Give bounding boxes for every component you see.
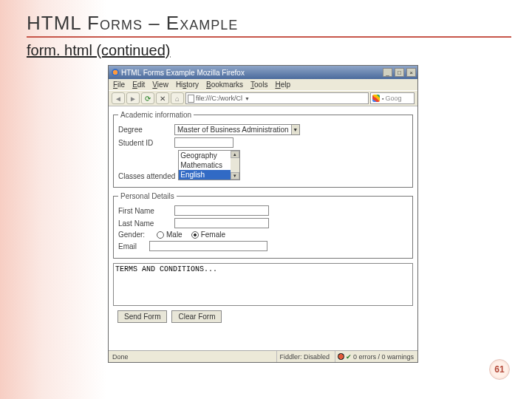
firebug-icon [338, 353, 344, 360]
first-name-label: First Name [118, 207, 171, 215]
slide-subtitle: form. html (continued) [27, 42, 511, 59]
personal-legend: Personal Details [118, 192, 177, 200]
firefox-icon [112, 69, 119, 76]
menu-history[interactable]: History [176, 81, 199, 89]
search-placeholder: Goog [385, 95, 401, 102]
maximize-button[interactable]: □ [395, 68, 404, 77]
first-name-input[interactable] [174, 205, 269, 216]
email-input[interactable] [149, 241, 267, 251]
scroll-up-icon[interactable]: ▴ [231, 151, 239, 158]
send-button[interactable]: Send Form [117, 310, 167, 323]
clear-button[interactable]: Clear Form [171, 310, 222, 323]
page-number-badge: 61 [489, 359, 510, 380]
email-label: Email [118, 242, 146, 250]
class-option[interactable]: Mathematics [179, 160, 231, 170]
browser-window: HTML Forms Example Mozilla Firefox _ □ ×… [108, 65, 418, 363]
gender-female-label: Female [201, 231, 225, 239]
status-errors-text: 0 errors / 0 warnings [353, 353, 414, 361]
url-text: file:///C:/work/Cl [196, 95, 242, 102]
search-engine-dropdown-icon[interactable]: ▪ [382, 96, 383, 101]
listbox-scrollbar[interactable]: ▴ ▾ [231, 151, 239, 180]
url-dropdown-icon[interactable]: ▼ [245, 96, 250, 101]
chevron-down-icon: ▼ [291, 125, 299, 134]
stop-button[interactable]: ✕ [156, 92, 169, 104]
last-name-label: Last Name [118, 219, 171, 228]
statusbar: Done Fiddler: Disabled ✔ 0 errors / 0 wa… [109, 350, 417, 362]
slide-title: HTML Forms – Example [27, 12, 511, 38]
page-icon [188, 95, 194, 103]
minimize-button[interactable]: _ [383, 68, 392, 77]
gender-male-label: Male [166, 231, 183, 239]
menu-bookmarks[interactable]: Bookmarks [206, 81, 243, 89]
close-button[interactable]: × [406, 68, 416, 77]
search-input[interactable]: ▪ Goog [370, 92, 415, 104]
menu-view[interactable]: View [152, 81, 168, 89]
window-title-text: HTML Forms Example Mozilla Firefox [121, 69, 381, 77]
personal-details-fieldset: Personal Details First Name Last Name Ge… [113, 192, 413, 259]
google-icon [372, 95, 380, 102]
menu-file[interactable]: File [113, 81, 125, 89]
class-option[interactable]: Geography [179, 151, 231, 160]
scroll-down-icon[interactable]: ▾ [231, 172, 239, 180]
menu-edit[interactable]: Edit [132, 81, 145, 89]
degree-label: Degree [118, 126, 171, 134]
gender-label: Gender: [118, 231, 154, 239]
radio-icon [157, 231, 164, 239]
classes-listbox[interactable]: Geography Mathematics English ▴ ▾ [178, 150, 240, 180]
studentid-label: Student ID [118, 139, 171, 147]
check-icon: ✔ [346, 353, 352, 361]
menubar: File Edit View History Bookmarks Tools H… [109, 79, 417, 90]
academic-legend: Academic information [118, 111, 194, 119]
status-fiddler: Fiddler: Disabled [276, 351, 332, 362]
class-option-selected[interactable]: English [179, 170, 231, 180]
forward-button[interactable]: ► [126, 92, 140, 104]
url-input[interactable]: file:///C:/work/Cl ▼ [185, 92, 369, 104]
gender-female-radio[interactable]: Female [191, 231, 225, 239]
last-name-input[interactable] [174, 218, 269, 228]
page-content: Academic information Degree Master of Bu… [109, 106, 417, 350]
degree-select[interactable]: Master of Business Administration ▼ [174, 124, 300, 135]
terms-textarea[interactable] [113, 263, 413, 306]
home-button[interactable]: ⌂ [171, 92, 184, 104]
studentid-input[interactable] [174, 137, 233, 148]
gender-male-radio[interactable]: Male [157, 231, 183, 239]
reload-button[interactable]: ⟳ [141, 92, 154, 104]
degree-value: Master of Business Administration [175, 126, 291, 134]
radio-icon-checked [191, 231, 199, 239]
status-done: Done [110, 353, 273, 361]
back-button[interactable]: ◄ [112, 92, 125, 104]
academic-info-fieldset: Academic information Degree Master of Bu… [113, 111, 413, 188]
menu-help[interactable]: Help [275, 81, 290, 89]
menu-tools[interactable]: Tools [250, 81, 267, 89]
classes-attended-label: Classes attended [118, 172, 175, 180]
titlebar: HTML Forms Example Mozilla Firefox _ □ × [109, 66, 417, 79]
toolbar: ◄ ► ⟳ ✕ ⌂ file:///C:/work/Cl ▼ ▪ Goog [109, 90, 417, 106]
status-errors-cell: ✔ 0 errors / 0 warnings [335, 351, 416, 362]
